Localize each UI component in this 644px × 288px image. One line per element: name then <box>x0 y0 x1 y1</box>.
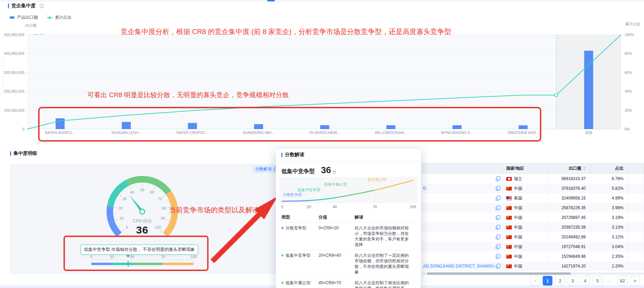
scale-segment <box>163 263 194 265</box>
popup-title: 分数解读 <box>285 152 304 158</box>
popup-type-row: 低集中竞争型 36 分 <box>281 165 415 176</box>
export-bar[interactable] <box>56 118 65 129</box>
page-button-82[interactable]: 82 <box>618 276 627 286</box>
cumulative-line-point <box>555 93 558 96</box>
h-scrollbar-track[interactable] <box>422 272 644 275</box>
copy-icon[interactable] <box>496 264 500 269</box>
copy-icon[interactable] <box>496 235 500 239</box>
gauge-tooltip: 低集中竞争型,市场相对分散， 不存在明显的寡头垄断现象 <box>80 245 198 255</box>
svg-text:0: 0 <box>22 127 24 131</box>
share-value: 3.12% <box>591 232 629 242</box>
title-accent-bar <box>10 151 11 156</box>
company-link[interactable]: AD,SONGJIANG DISTRICT, SHANGHAI CHI... <box>423 264 494 269</box>
export-bar[interactable] <box>386 125 395 129</box>
annotation-note-1: 竞企集中度分析，根据 CR8 的竞企集中度 (前 8 家竞企)，分析竞争市场是分… <box>121 27 451 36</box>
copy-icon[interactable] <box>496 196 500 201</box>
share-value: 8.76% <box>591 174 629 184</box>
copy-icon[interactable] <box>496 176 500 181</box>
table-row: 中国19727046.913.04% <box>422 242 644 252</box>
svg-text:SHANDONG WEI...: SHANDONG WEI... <box>243 130 274 135</box>
export-bar[interactable] <box>584 51 593 129</box>
copy-icon[interactable] <box>496 186 500 191</box>
country-cell: 中国 <box>503 232 549 242</box>
extra-cell <box>629 222 644 232</box>
flag-icon-cn <box>506 226 512 229</box>
score-explain-label: 分数解读 <box>255 166 272 172</box>
svg-text:70: 70 <box>161 255 165 259</box>
gauge-segment <box>107 206 122 237</box>
score-curve-chart: 分散竞争型低集中竞争型低集中寡占型极高寡占型0204070100 <box>279 177 417 210</box>
svg-text:100: 100 <box>190 255 197 259</box>
export-bar[interactable] <box>188 123 197 129</box>
table-row: 美国32409658.154.99% <box>422 193 644 203</box>
svg-text:WILLOWOOD(HA...: WILLOWOOD(HA... <box>375 130 407 135</box>
export-value: 25878226.35 <box>549 203 591 213</box>
concentration-bar-line-chart: 500,000,000100%400,000,00080%300,000,000… <box>0 0 644 146</box>
copy-icon[interactable] <box>496 205 500 210</box>
country-cell: 中国 <box>503 261 549 271</box>
table-row: 中国20249492.893.12% <box>422 232 644 242</box>
page-button-2[interactable]: 2 <box>555 276 565 286</box>
svg-text:BAYER AGRICU...: BAYER AGRICU... <box>45 130 75 135</box>
svg-text:400,000,000: 400,000,000 <box>4 51 25 56</box>
range-cell: 40<CR8<70 <box>319 278 355 288</box>
annotation-note-3: 当前竞争市场的类型以及解读 <box>169 205 259 215</box>
copy-icon[interactable] <box>496 254 500 259</box>
svg-text:SICHUAN LESH...: SICHUAN LESH... <box>111 130 141 135</box>
export-bar[interactable] <box>519 125 528 129</box>
copy-icon[interactable] <box>496 225 500 230</box>
scale-marker-arrow <box>126 255 130 258</box>
market-type-label: 低集中竞争型 <box>281 168 315 175</box>
type-dot <box>281 227 283 229</box>
svg-text:0: 0 <box>281 205 283 209</box>
table-row: 瑞士56916315.378.76% <box>422 174 644 184</box>
competitor-concentration-page: 竞企集中度 产品出口额 累计占比 出口额 累计占比 TOP8 其他 500,00… <box>0 0 644 288</box>
detail-title: 集中度明细 <box>14 150 37 156</box>
header-extra <box>629 163 644 173</box>
sort-icon[interactable] <box>583 167 586 171</box>
svg-text:30: 30 <box>122 197 127 201</box>
h-scrollbar-thumb[interactable] <box>427 272 571 275</box>
export-bar[interactable] <box>320 125 329 129</box>
svg-text:300,000,000: 300,000,000 <box>4 70 25 75</box>
svg-text:BAYER CROPSC...: BAYER CROPSC... <box>177 130 208 135</box>
type-cell: 低集中寡占型 <box>281 278 319 288</box>
header-export[interactable]: 出口额 <box>549 163 591 173</box>
desc-cell: 前八大企业的市场份额相对较小，市场竞争较为分散，存在大量的竞争对手，客户有更多选… <box>355 223 415 250</box>
score-explain-popup: 分数解读 低集中竞争型 36 分 分散竞争型低集中竞争型低集中寡占型极高寡占型0… <box>276 149 421 288</box>
export-bar[interactable] <box>452 125 461 129</box>
company-link[interactable]: O <box>423 186 426 191</box>
svg-text:极高寡占型: 极高寡占型 <box>367 177 387 181</box>
svg-text:40%: 40% <box>625 89 632 93</box>
scale-segment <box>91 263 112 265</box>
extra-cell <box>629 213 644 222</box>
extra-cell <box>629 261 644 271</box>
copy-icon[interactable] <box>496 215 500 220</box>
export-bar[interactable] <box>122 122 131 129</box>
export-bar[interactable] <box>254 124 263 129</box>
extra-cell <box>629 242 644 252</box>
svg-text:50: 50 <box>140 188 144 192</box>
flag-icon-cn <box>506 235 512 239</box>
extra-cell <box>629 203 644 213</box>
svg-text:WYNCA(HONG K...: WYNCA(HONG K... <box>441 130 473 135</box>
page-button-4[interactable]: 4 <box>580 276 590 286</box>
country-cell: 中国 <box>503 203 549 213</box>
svg-text:100%: 100% <box>625 33 634 37</box>
svg-text:SINOCHEM AGR...: SINOCHEM AGR... <box>507 130 539 135</box>
company-cell <box>422 222 503 232</box>
page-button-3[interactable]: 3 <box>568 276 577 286</box>
copy-icon[interactable] <box>496 244 500 249</box>
market-type-score: 36 <box>321 165 331 176</box>
page-next-button[interactable]: > <box>630 276 640 286</box>
page-button-1[interactable]: 1 <box>543 276 552 286</box>
export-value: 37818376.40 <box>549 184 591 193</box>
page-ellipsis: ··· <box>605 276 615 286</box>
svg-text:其他: 其他 <box>585 130 592 135</box>
company-cell <box>422 174 503 184</box>
popup-table-header: 类型分值解读 <box>281 212 415 223</box>
share-value: 3.98% <box>591 203 629 213</box>
page-button-5[interactable]: 5 <box>593 276 602 286</box>
export-value: 32409658.15 <box>549 193 591 203</box>
section-title-detail: 集中度明细 <box>10 150 37 156</box>
